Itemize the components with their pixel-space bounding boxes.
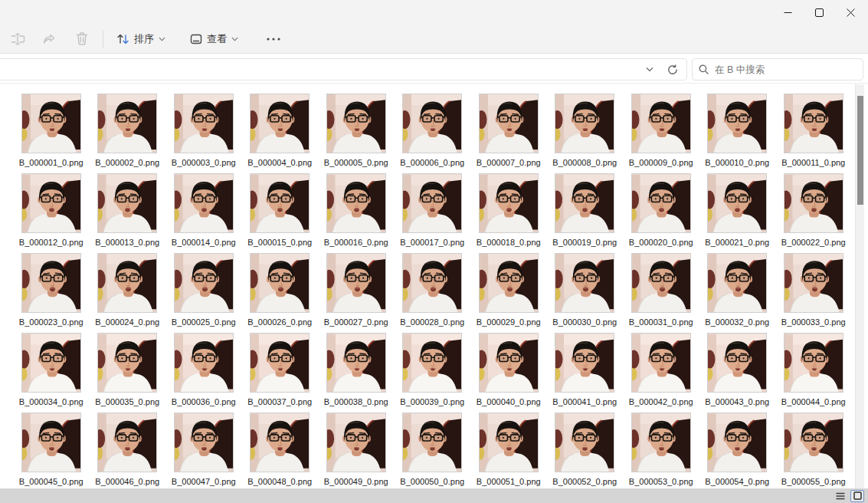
file-tile[interactable]: B_000038_0.png [318,333,395,413]
file-tile[interactable]: B_000048_0.png [242,413,319,488]
upper-lip [582,209,588,209]
details-view-toggle[interactable] [834,490,847,502]
eyebrow-left [577,433,582,434]
file-tile[interactable]: B_000020_0.png [623,173,699,253]
file-tile[interactable]: B_000051_0.png [470,413,547,488]
file-tile[interactable]: B_000001_0.png [13,94,90,173]
file-tile[interactable]: B_000019_0.png [547,173,624,253]
file-tile[interactable]: B_000041_0.png [547,333,624,413]
file-tile[interactable]: B_000033_0.png [775,253,852,333]
file-tile[interactable]: B_000040_0.png [470,333,547,413]
vertical-scrollbar[interactable] [855,84,864,488]
file-tile[interactable]: B_000006_0.png [395,94,471,173]
scrollbar-thumb[interactable] [857,96,863,205]
file-tile[interactable]: B_000045_0.png [13,413,90,488]
portrait-thumbnail-image [251,334,310,393]
file-list-area[interactable]: B_000001_0.png [0,84,856,488]
file-thumbnail [707,253,767,313]
eyebrow-right [283,433,289,434]
eyebrow-right [131,353,136,354]
file-thumbnail [402,413,462,472]
file-tile[interactable]: B_000022_0.png [775,173,852,253]
file-tile[interactable]: B_000021_0.png [699,173,776,253]
file-tile[interactable]: B_000035_0.png [90,333,166,413]
file-tile[interactable]: B_000023_0.png [13,253,90,333]
eyebrow-left [729,273,735,274]
share-button[interactable] [35,28,64,51]
search-box[interactable] [692,58,863,81]
file-tile[interactable]: B_000050_0.png [395,413,471,488]
file-tile[interactable]: B_000014_0.png [165,173,242,253]
portrait-thumbnail-image [403,175,463,234]
file-tile[interactable]: B_000011_0.png [775,94,852,173]
upper-lip [735,288,741,289]
file-tile[interactable]: B_000012_0.png [13,173,90,253]
file-tile[interactable]: B_000028_0.png [395,253,471,333]
refresh-button[interactable] [661,59,684,80]
file-name: B_000032_0.png [705,317,769,327]
file-tile[interactable]: B_000037_0.png [242,333,319,413]
file-tile[interactable]: B_000032_0.png [699,253,776,333]
file-tile[interactable]: B_000015_0.png [242,173,319,253]
maximize-button[interactable] [804,0,835,25]
file-tile[interactable]: B_000030_0.png [547,253,624,333]
address-dropdown-button[interactable] [638,59,661,80]
sort-button[interactable]: 排序 [110,28,172,51]
file-tile[interactable]: B_000031_0.png [623,253,699,333]
file-thumbnail [784,333,843,393]
file-tile[interactable]: B_000002_0.png [90,94,166,173]
file-tile[interactable]: B_000029_0.png [470,253,547,333]
file-tile[interactable]: B_000009_0.png [623,94,699,173]
eye-left [807,357,809,359]
file-tile[interactable]: B_000042_0.png [623,333,699,413]
file-tile[interactable]: B_000052_0.png [547,413,624,488]
portrait-thumbnail-image [784,94,843,153]
view-button[interactable]: 查看 [183,28,245,51]
file-tile[interactable]: B_000018_0.png [470,173,547,253]
eye-right [286,118,287,120]
file-tile[interactable]: B_000027_0.png [318,253,395,333]
file-name: B_000042_0.png [629,397,693,406]
delete-button[interactable] [67,28,97,51]
file-tile[interactable]: B_000003_0.png [165,94,242,173]
eyebrow-left [195,194,201,195]
file-tile[interactable]: B_000036_0.png [165,333,242,413]
file-tile[interactable]: B_000055_0.png [775,413,852,488]
file-tile[interactable]: B_000034_0.png [13,333,90,413]
file-tile[interactable]: B_000008_0.png [547,94,624,173]
file-thumbnail [326,413,386,472]
file-tile[interactable]: B_000025_0.png [165,253,242,333]
file-tile[interactable]: B_000044_0.png [775,333,852,413]
file-tile[interactable]: B_000013_0.png [90,173,166,253]
file-tile[interactable]: B_000039_0.png [395,333,471,413]
file-tile[interactable]: B_000005_0.png [318,94,395,173]
file-tile[interactable]: B_000010_0.png [699,94,776,173]
file-tile[interactable]: B_000007_0.png [470,94,547,173]
file-tile[interactable]: B_000024_0.png [90,253,166,333]
eyebrow-left [349,353,354,354]
eyebrow-left [577,114,582,115]
file-tile[interactable]: B_000016_0.png [318,173,395,253]
file-tile[interactable]: B_000026_0.png [242,253,319,333]
file-tile[interactable]: B_000017_0.png [395,173,471,253]
file-tile[interactable]: B_000043_0.png [699,333,776,413]
file-tile[interactable]: B_000054_0.png [699,413,776,488]
file-tile[interactable]: B_000049_0.png [318,413,395,488]
file-tile[interactable]: B_000004_0.png [242,94,319,173]
file-thumbnail [326,173,386,233]
thumbnail-view-toggle[interactable] [850,490,864,502]
upper-lip [354,129,359,130]
eyebrow-right [360,114,365,115]
address-bar[interactable] [0,58,687,81]
eyebrow-right [436,194,441,195]
file-tile[interactable]: B_000053_0.png [623,413,699,488]
file-name: B_000031_0.png [629,317,693,327]
close-button[interactable] [835,0,866,25]
file-tile[interactable]: B_000047_0.png [165,413,242,488]
search-input[interactable] [715,64,857,75]
rename-button[interactable] [3,28,32,51]
file-tile[interactable]: B_000046_0.png [90,413,166,488]
more-options-button[interactable] [259,28,288,51]
portrait-thumbnail-image [22,94,81,153]
minimize-button[interactable] [772,0,804,25]
